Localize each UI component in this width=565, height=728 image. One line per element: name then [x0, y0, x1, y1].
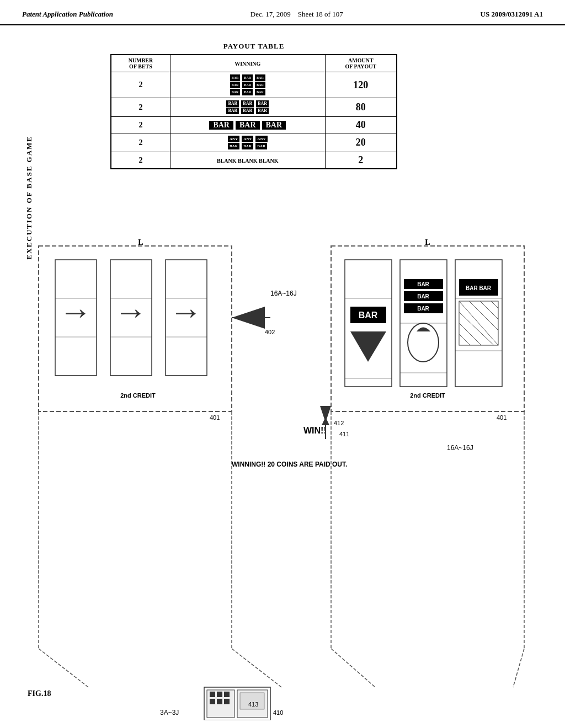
- svg-text:BAR: BAR: [359, 311, 378, 320]
- svg-text:L: L: [425, 238, 430, 247]
- svg-text:16A~16J: 16A~16J: [447, 444, 473, 452]
- winning-cell: BLANK BLANK BLANK: [170, 152, 325, 169]
- svg-text:410: 410: [273, 709, 283, 716]
- svg-rect-78: [217, 699, 222, 704]
- section-label: EXECUTION OF BASE GAME: [25, 136, 34, 259]
- svg-text:→: →: [114, 293, 147, 330]
- svg-text:L: L: [138, 238, 143, 247]
- execution-diagram: L → → → 2nd CREDIT 401 16A~16J: [33, 235, 530, 720]
- payout-table: NUMBEROF BETS WINNING AMOUNTOF PAYOUT 2 …: [110, 54, 397, 169]
- svg-line-66: [232, 649, 281, 687]
- sheet-info: Sheet 18 of 107: [298, 10, 343, 18]
- pub-date: Dec. 17, 2009: [250, 10, 291, 18]
- svg-rect-79: [224, 699, 230, 704]
- winning-cell: BAR BAR BAR: [170, 117, 325, 133]
- figure-label: FIG.18: [28, 689, 51, 698]
- svg-text:BAR: BAR: [417, 281, 429, 287]
- svg-text:401: 401: [210, 414, 220, 421]
- svg-text:3A~3J: 3A~3J: [160, 709, 179, 716]
- bets-cell: 2: [111, 117, 170, 133]
- svg-rect-77: [210, 699, 215, 704]
- svg-line-70: [513, 649, 524, 687]
- main-content: EXECUTION OF BASE GAME PAYOUT TABLE NUMB…: [0, 25, 565, 715]
- svg-marker-85: [322, 417, 329, 425]
- svg-text:411: 411: [339, 431, 349, 437]
- svg-text:413: 413: [248, 701, 258, 708]
- svg-text:BAR: BAR: [417, 306, 429, 312]
- publication-type: Patent Application Publication: [22, 10, 113, 19]
- page-header: Patent Application Publication Dec. 17, …: [0, 0, 565, 25]
- bets-cell: 2: [111, 98, 170, 117]
- amount-cell: 20: [325, 133, 397, 152]
- payout-table-section: PAYOUT TABLE NUMBEROF BETS WINNING AMOUN…: [110, 42, 397, 169]
- winning-cell: BAR BAR BAR BAR BAR BAR BAR: [170, 72, 325, 98]
- svg-line-65: [39, 649, 88, 687]
- table-row: 2 BLANK BLANK BLANK 2: [111, 152, 397, 169]
- svg-text:BAR BAR: BAR BAR: [466, 285, 492, 291]
- table-row: 2 ANY BAR ANY BAR ANY: [111, 133, 397, 152]
- svg-text:BAR: BAR: [417, 293, 429, 299]
- patent-number: US 2009/0312091 A1: [481, 10, 543, 19]
- svg-text:412: 412: [334, 420, 344, 426]
- svg-text:WIN!!: WIN!!: [303, 426, 327, 435]
- svg-text:2nd CREDIT: 2nd CREDIT: [120, 392, 156, 399]
- svg-text:→: →: [59, 293, 92, 330]
- svg-line-69: [331, 649, 375, 687]
- table-row: 2 BAR BAR BAR BAR BAR: [111, 98, 397, 117]
- amount-cell: 40: [325, 117, 397, 133]
- amount-cell: 80: [325, 98, 397, 117]
- svg-text:402: 402: [265, 329, 275, 335]
- svg-rect-76: [224, 692, 230, 697]
- bets-cell: 2: [111, 133, 170, 152]
- svg-text:401: 401: [497, 414, 507, 421]
- payout-title: PAYOUT TABLE: [110, 42, 397, 51]
- winning-cell: ANY BAR ANY BAR ANY BAR: [170, 133, 325, 152]
- col-header-winning: WINNING: [170, 55, 325, 72]
- bets-cell: 2: [111, 72, 170, 98]
- amount-cell: 2: [325, 152, 397, 169]
- col-header-bets: NUMBEROF BETS: [111, 55, 170, 72]
- table-row: 2 BAR BAR BAR BAR BAR BAR: [111, 72, 397, 98]
- bets-cell: 2: [111, 152, 170, 169]
- svg-text:→: →: [169, 293, 202, 330]
- col-header-amount: AMOUNTOF PAYOUT: [325, 55, 397, 72]
- svg-text:WINNING!! 20 COINS ARE PAID OU: WINNING!! 20 COINS ARE PAID OUT.: [232, 461, 347, 468]
- amount-cell: 120: [325, 72, 397, 98]
- table-row: 2 BAR BAR BAR 40: [111, 117, 397, 133]
- svg-rect-75: [217, 692, 222, 697]
- header-center: Dec. 17, 2009 Sheet 18 of 107: [250, 10, 343, 19]
- svg-text:2nd CREDIT: 2nd CREDIT: [410, 392, 445, 399]
- svg-rect-74: [210, 692, 215, 697]
- svg-text:16A~16J: 16A~16J: [270, 290, 297, 297]
- winning-cell: BAR BAR BAR BAR BAR BAR: [170, 98, 325, 117]
